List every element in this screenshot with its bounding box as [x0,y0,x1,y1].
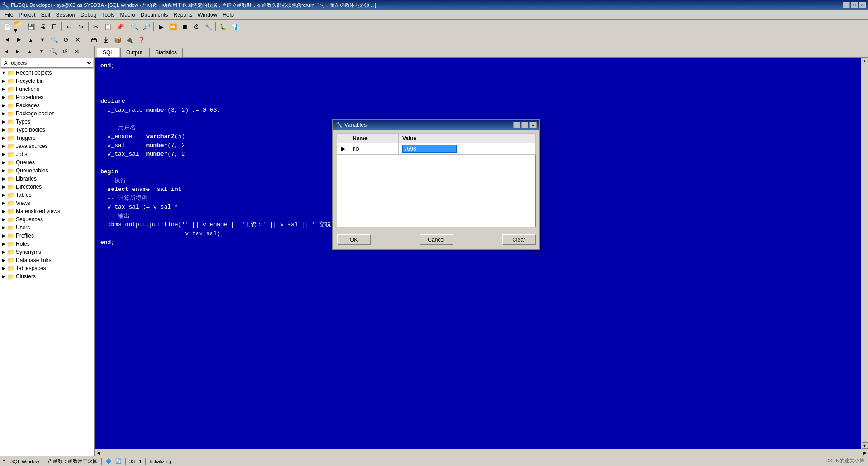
tree-item-database-links[interactable]: ▶ 📁 Database links [0,256,94,264]
ok-button[interactable]: OK [337,234,371,245]
toolbar-open-menu[interactable]: 📂▾ [14,21,24,32]
right-scrollbar[interactable]: ▲ ▼ [861,58,868,449]
toolbar-debug2[interactable]: 📊 [229,21,240,32]
toolbar2-refresh[interactable]: ↺ [61,34,71,45]
tree-item-tablespaces[interactable]: ▶ 📁 Tablespaces [0,264,94,272]
left-toolbar-refresh[interactable]: ↺ [60,46,71,57]
toolbar2-nav-up[interactable]: ▲ [25,34,36,45]
dialog-minimize-btn[interactable]: — [513,122,520,128]
dialog-close-btn[interactable]: ✕ [529,122,537,128]
toolbar2-help[interactable]: ❓ [136,34,146,45]
code-area[interactable]: end; declare c_tax_rate number(3, 2) := … [95,58,861,449]
tree-item-triggers[interactable]: ▶ 📁 Triggers [0,134,94,142]
toolbar-copy[interactable]: 📋 [102,21,113,32]
left-toolbar-btn2[interactable]: ▶ [13,46,24,57]
bottom-scrollbar[interactable]: ◀ ▶ [95,449,868,456]
tab-statistics[interactable]: Statistics [149,48,183,57]
menu-file[interactable]: File [2,11,16,19]
tree-item-recycle-bin[interactable]: ▶ 📁 Recycle bin [0,77,94,85]
scroll-right-btn[interactable]: ▶ [862,450,868,456]
menu-tools[interactable]: Tools [99,11,117,19]
tree-item-procedures[interactable]: ▶ 📁 Procedures [0,93,94,101]
variable-value-input[interactable] [402,145,457,153]
menu-documents[interactable]: Documents [138,11,171,19]
toolbar-compile2[interactable]: 🔧 [203,21,213,32]
tree-item-views[interactable]: ▶ 📁 Views [0,199,94,207]
tree-item-synonyms[interactable]: ▶ 📁 Synonyms [0,248,94,256]
toolbar-redo[interactable]: ↪ [75,21,86,32]
toolbar2-db3[interactable]: 📦 [112,34,123,45]
left-toolbar-btn1[interactable]: ◀ [1,46,12,57]
toolbar2-nav-down[interactable]: ▼ [37,34,48,45]
toolbar-debug[interactable]: 🐛 [217,21,228,32]
menu-macro[interactable]: Macro [117,11,137,19]
tree-item-libraries[interactable]: ▶ 📁 Libraries [0,175,94,183]
object-type-select[interactable]: All objects My objects [1,58,93,68]
toolbar-save[interactable]: 💾 [25,21,36,32]
toolbar-find[interactable]: 🔍 [129,21,140,32]
tree-item-package-bodies[interactable]: ▶ 📁 Package bodies [0,109,94,118]
tree-item-types[interactable]: ▶ 📁 Types [0,118,94,126]
minimize-button[interactable]: — [843,2,850,8]
toolbar-paste[interactable]: 📌 [114,21,125,32]
tree-item-tables[interactable]: ▶ 📁 Tables [0,191,94,199]
left-toolbar-btn3[interactable]: ▲ [24,46,35,57]
menu-session[interactable]: Session [53,11,78,19]
tree-item-java-sources[interactable]: ▶ 📁 Java sources [0,142,94,150]
tree-item-roles[interactable]: ▶ 📁 Roles [0,240,94,248]
folder-icon-profiles: 📁 [7,232,14,239]
toolbar-undo[interactable]: ↩ [64,21,75,32]
maximize-button[interactable]: □ [851,2,858,8]
toolbar-print[interactable]: 🖨 [37,21,48,32]
tree-item-recent-objects[interactable]: ▼ 📁 Recent objects [0,69,94,77]
toolbar-new[interactable]: 📄 [2,21,13,32]
menu-project[interactable]: Project [16,11,38,19]
tab-sql[interactable]: SQL [97,48,119,57]
tree-item-sequences[interactable]: ▶ 📁 Sequences [0,215,94,223]
menu-window[interactable]: Window [195,11,220,19]
tree-item-functions[interactable]: ▶ 📁 Functions [0,85,94,93]
app-icon: 🔧 [2,2,9,9]
scroll-down-btn[interactable]: ▼ [862,442,868,449]
toolbar2-db4[interactable]: 🔌 [124,34,135,45]
menu-help[interactable]: Help [220,11,236,19]
tree-item-materialized-views[interactable]: ▶ 📁 Materialized views [0,207,94,215]
menu-debug[interactable]: Debug [78,11,99,19]
menu-edit[interactable]: Edit [38,11,53,19]
tree-item-type-bodies[interactable]: ▶ 📁 Type bodies [0,126,94,134]
tree-item-queue-tables[interactable]: ▶ 📁 Queue tables [0,166,94,175]
toolbar-run2[interactable]: ⏩ [167,21,178,32]
tree-item-profiles[interactable]: ▶ 📁 Profiles [0,232,94,240]
tree-item-queues[interactable]: ▶ 📁 Queues [0,158,94,166]
tree-item-jobs[interactable]: ▶ 📁 Jobs [0,150,94,158]
left-toolbar-close[interactable]: ✕ [71,46,82,57]
dialog-maximize-btn[interactable]: □ [521,122,528,128]
toolbar2-x[interactable]: ✕ [72,34,83,45]
toolbar-find2[interactable]: 🔎 [141,21,151,32]
menu-reports[interactable]: Reports [171,11,195,19]
tab-output[interactable]: Output [120,48,148,57]
tree-item-clusters[interactable]: ▶ 📁 Clusters [0,272,94,281]
variable-value-cell[interactable] [398,143,535,155]
tree-item-directories[interactable]: ▶ 📁 Directories [0,183,94,191]
toolbar2-db1[interactable]: 🗃 [89,34,99,45]
clear-button[interactable]: Clear [502,234,536,245]
expander-jobs: ▶ [1,152,6,157]
toolbar2-nav-back[interactable]: ◀ [2,34,13,45]
scroll-left-btn[interactable]: ◀ [95,450,101,456]
left-toolbar-btn4[interactable]: ▼ [36,46,47,57]
tree-item-packages[interactable]: ▶ 📁 Packages [0,101,94,109]
toolbar-print2[interactable]: 🗒 [49,21,60,32]
toolbar-compile[interactable]: ⚙ [191,21,202,32]
toolbar2-db2[interactable]: 🗄 [100,34,111,45]
toolbar-stop[interactable]: ⏹ [179,21,190,32]
tree-item-users[interactable]: ▶ 📁 Users [0,223,94,232]
toolbar-run[interactable]: ▶ [156,21,166,32]
left-toolbar-search[interactable]: 🔍 [48,46,59,57]
toolbar-cut[interactable]: ✂ [90,21,101,32]
toolbar2-find-icon[interactable]: 🔍 [49,34,60,45]
cancel-button[interactable]: Cancel [420,234,453,245]
close-button[interactable]: ✕ [859,2,866,8]
toolbar2-nav-fwd[interactable]: ▶ [14,34,24,45]
scroll-up-btn[interactable]: ▲ [862,58,868,64]
